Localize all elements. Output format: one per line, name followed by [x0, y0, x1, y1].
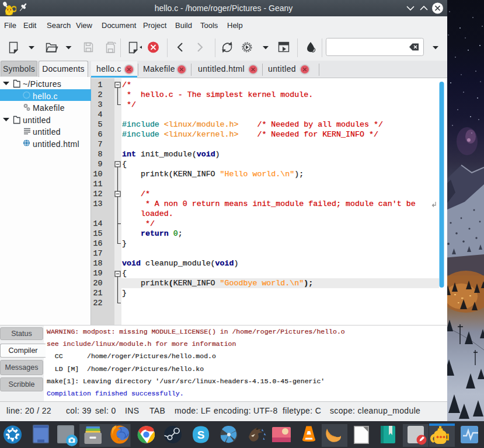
svg-text:S: S	[197, 429, 205, 441]
